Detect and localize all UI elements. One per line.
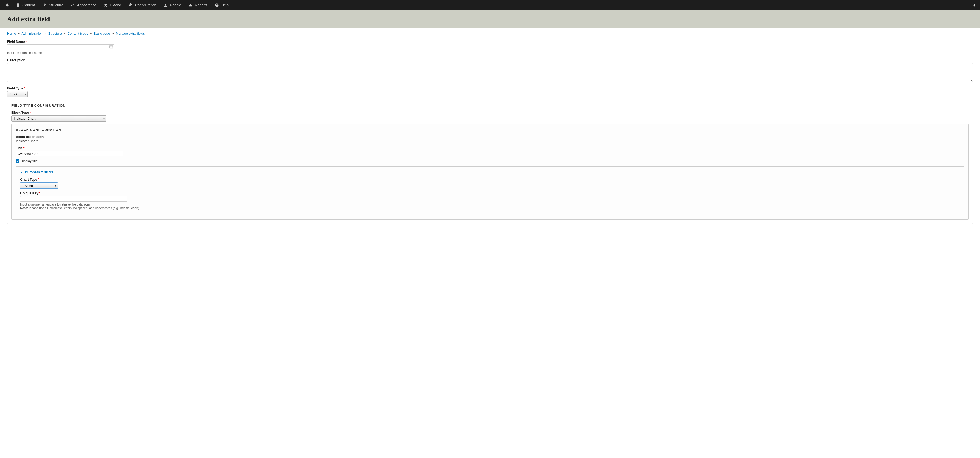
toolbar-extend-label: Extend [110,3,121,7]
unique-key-note: Note: Please use all lowercase letters, … [20,206,960,210]
drupal-icon [5,3,10,7]
toolbar-right [970,0,977,10]
block-desc-item: Block description Indicator Chart [16,135,964,143]
breadcrumb-structure[interactable]: Structure [48,32,62,35]
breadcrumb-manage-extra[interactable]: Manage extra fields [116,32,145,35]
help-icon [215,3,219,7]
js-component-legend[interactable]: ▼JS COMPONENT [20,170,960,174]
breadcrumb-home[interactable]: Home [7,32,16,35]
toolbar-configuration-label: Configuration [135,3,156,7]
block-title-input[interactable] [16,151,123,156]
toolbar-appearance[interactable]: Appearance [67,0,100,10]
chart-type-select[interactable]: - Select - [20,182,58,189]
toolbar-people-label: People [170,3,181,7]
admin-toolbar: Content Structure Appearance Extend Conf… [0,0,980,10]
page-header: Add extra field [0,10,980,27]
autocomplete-icon [110,45,113,49]
field-name-item: Field Name* Input the extra field name. [7,40,973,55]
toolbar-help[interactable]: Help [212,0,232,10]
toolbar-appearance-label: Appearance [77,3,97,7]
toolbar-extend[interactable]: Extend [100,0,124,10]
block-type-select[interactable]: Indicator Chart [11,115,107,121]
js-component-fieldset: ▼JS COMPONENT Chart Type* - Select - [16,166,964,215]
description-textarea[interactable] [7,63,973,82]
breadcrumb-sep: » [90,32,92,35]
toolbar-home[interactable] [3,0,12,10]
required-mark: * [23,146,24,150]
required-mark: * [38,178,39,182]
toolbar-structure-label: Structure [49,3,63,7]
block-desc-label: Block description [16,135,964,139]
unique-key-description: Input a unique namespace to retrieve the… [20,203,960,206]
field-name-description: Input the extra field name. [7,51,973,55]
field-type-config-legend: FIELD TYPE CONFIGURATION [11,104,969,107]
description-item: Description [7,58,973,83]
breadcrumb-sep: » [45,32,46,35]
people-icon [163,3,168,7]
required-mark: * [29,110,30,114]
appearance-icon [70,3,75,7]
chevron-down-icon: ▼ [20,171,23,174]
breadcrumb-wrap: Home » Administration » Structure » Cont… [0,27,980,38]
svg-rect-3 [112,46,112,48]
toolbar-left: Content Structure Appearance Extend Conf… [3,0,232,10]
toolbar-content[interactable]: Content [13,0,38,10]
form-area: Field Name* Input the extra field name. … [0,38,980,231]
field-type-label: Field Type* [7,86,973,90]
block-title-item: Title* [16,146,964,156]
toolbar-people[interactable]: People [160,0,184,10]
unique-key-item: Unique Key* Input a unique namespace to … [20,191,960,210]
reports-icon [188,3,193,7]
block-config-fieldset: BLOCK CONFIGURATION Block description In… [11,124,969,220]
block-type-item: Block Type* Indicator Chart [11,110,969,121]
field-type-config-fieldset: FIELD TYPE CONFIGURATION Block Type* Ind… [7,100,973,224]
toolbar-structure[interactable]: Structure [39,0,66,10]
breadcrumb-basic-page[interactable]: Basic page [94,32,110,35]
configuration-icon [128,3,133,7]
chart-type-item: Chart Type* - Select - [20,178,960,189]
toolbar-collapse[interactable] [970,0,977,10]
structure-icon [42,3,47,7]
field-name-label: Field Name* [7,40,973,43]
field-name-input[interactable] [7,45,115,50]
required-mark: * [39,191,40,195]
display-title-item: Display title [16,159,964,163]
toolbar-content-label: Content [22,3,35,7]
display-title-checkbox[interactable] [16,159,19,163]
field-type-item: Field Type* Block [7,86,973,97]
toolbar-reports-label: Reports [195,3,207,7]
toolbar-configuration[interactable]: Configuration [125,0,159,10]
extend-icon [103,3,108,7]
unique-key-label: Unique Key* [20,191,960,195]
breadcrumb-content-types[interactable]: Content types [68,32,88,35]
block-type-label: Block Type* [11,110,969,114]
unique-key-input[interactable] [20,196,127,202]
breadcrumb-sep: » [64,32,65,35]
breadcrumb-sep: » [18,32,20,35]
required-mark: * [25,40,27,43]
breadcrumb-admin[interactable]: Administration [21,32,42,35]
page-title: Add extra field [7,15,973,23]
field-type-select[interactable]: Block [7,91,27,97]
block-title-label: Title* [16,146,964,150]
collapse-icon [971,3,976,7]
block-config-legend: BLOCK CONFIGURATION [16,128,964,132]
chart-type-label: Chart Type* [20,178,960,182]
block-desc-value: Indicator Chart [16,139,964,143]
content-icon [16,3,21,7]
breadcrumb: Home » Administration » Structure » Cont… [7,32,973,35]
breadcrumb-sep: » [112,32,114,35]
display-title-label[interactable]: Display title [21,159,38,163]
toolbar-reports[interactable]: Reports [185,0,210,10]
required-mark: * [24,86,25,90]
description-label: Description [7,58,973,62]
toolbar-help-label: Help [221,3,229,7]
